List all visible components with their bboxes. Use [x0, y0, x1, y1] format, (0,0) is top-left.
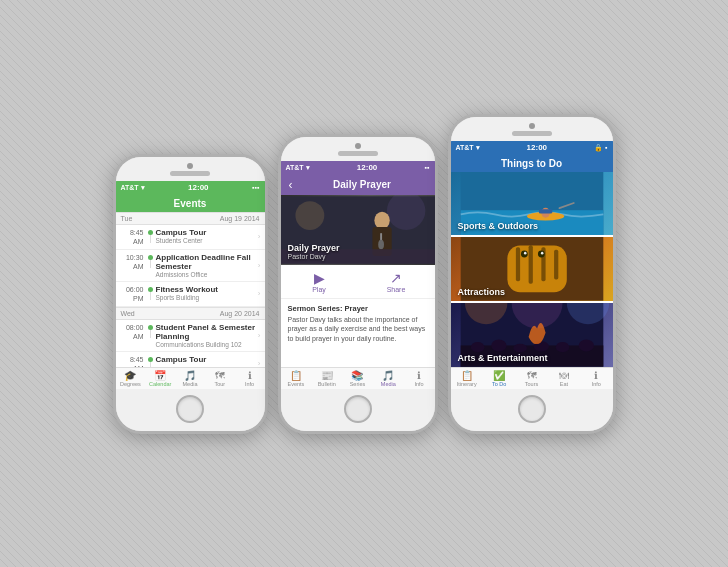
svg-point-33 — [555, 342, 569, 352]
chevron-4: › — [258, 331, 261, 340]
event-details-2: Application Deadline Fall Semester Admis… — [156, 253, 258, 278]
tab-info-3-label: Info — [592, 381, 601, 387]
things-list: Sports & Outdoors — [451, 172, 613, 367]
eat-icon: 🍽 — [559, 370, 569, 381]
tab-calendar[interactable]: 📅 Calendar — [145, 368, 175, 389]
side-button-2 — [435, 197, 438, 227]
tab-tour-1[interactable]: 🗺 Tour — [205, 368, 235, 389]
phone-events: AT&T ▾ 12:00 ▪▪▪ Events Tue Aug 19 2014 … — [113, 154, 268, 434]
event-indicator-4 — [148, 323, 153, 338]
screen-prayer: AT&T ▾ 12:00 ▪▪ ‹ Daily Prayer — [281, 161, 435, 389]
tab-series-label: Series — [350, 381, 366, 387]
camera-dot — [187, 163, 193, 169]
tab-info-3[interactable]: ℹ Info — [580, 368, 612, 389]
tab-tours-3[interactable]: 🗺 Tours — [515, 368, 547, 389]
media-icon-2: 🎵 — [382, 370, 394, 381]
event-student-panel[interactable]: 08:00AM Student Panel & Semester Plannin… — [116, 320, 265, 352]
carrier-3: AT&T ▾ — [456, 144, 480, 152]
phone-top-2 — [281, 137, 435, 161]
play-button[interactable]: ▶ Play — [281, 270, 358, 293]
icons-2: ▪▪ — [425, 164, 430, 171]
date-sep-wed: Wed Aug 20 2014 — [116, 307, 265, 320]
itinerary-icon: 📋 — [461, 370, 473, 381]
vol-buttons — [113, 212, 116, 256]
event-fitness[interactable]: 06:00PM Fitness Workout Sports Building … — [116, 282, 265, 307]
event-title-1: Campus Tour — [156, 228, 258, 237]
date-sep-tue: Tue Aug 19 2014 — [116, 212, 265, 225]
home-button-3[interactable] — [518, 395, 546, 423]
tab-itinerary[interactable]: 📋 Itinerary — [451, 368, 483, 389]
status-bar-2: AT&T ▾ 12:00 ▪▪ — [281, 161, 435, 175]
tours-icon: 🗺 — [527, 370, 537, 381]
tab-bulletin[interactable]: 📰 Bulletin — [311, 368, 342, 389]
chevron-3: › — [258, 289, 261, 298]
things-item-attractions[interactable]: Attractions — [451, 237, 613, 303]
tab-todo-label: To Do — [492, 381, 506, 387]
calendar-icon: 📅 — [154, 370, 166, 381]
phone-top-1 — [116, 157, 265, 181]
event-deadline[interactable]: 10:30AM Application Deadline Fall Semest… — [116, 250, 265, 282]
svg-point-3 — [374, 211, 389, 228]
camera-dot-2 — [355, 143, 361, 149]
tab-media-1[interactable]: 🎵 Media — [175, 368, 205, 389]
things-item-arts[interactable]: Arts & Entertainment — [451, 303, 613, 367]
time-3: 12:00 — [527, 143, 547, 152]
tab-series[interactable]: 📚 Series — [342, 368, 373, 389]
arts-label: Arts & Entertainment — [458, 353, 548, 363]
events-header: Events — [116, 195, 265, 212]
tab-bar-1: 🎓 Degrees 📅 Calendar 🎵 Media 🗺 Tour ℹ — [116, 367, 265, 389]
tab-degrees[interactable]: 🎓 Degrees — [116, 368, 146, 389]
tab-info-1-label: Info — [245, 381, 254, 387]
tab-events-2[interactable]: 📋 Events — [281, 368, 312, 389]
phone-things: AT&T ▾ 12:00 🔒 ▪ Things to Do — [448, 114, 616, 434]
event-indicator-2 — [148, 253, 153, 268]
phone-bottom-3 — [451, 389, 613, 431]
phone-bottom-1 — [116, 389, 265, 431]
tab-info-2[interactable]: ℹ Info — [404, 368, 435, 389]
tab-info-1[interactable]: ℹ Info — [235, 368, 265, 389]
event-line-2 — [150, 260, 151, 268]
event-indicator-3 — [148, 285, 153, 300]
prayer-desc: Pastor Davy talks about the importance o… — [288, 315, 428, 344]
back-arrow-icon[interactable]: ‹ — [289, 178, 293, 192]
tab-todo[interactable]: ✅ To Do — [483, 368, 515, 389]
svg-point-29 — [470, 342, 484, 352]
media-icon-1: 🎵 — [184, 370, 196, 381]
prayer-image: Daily Prayer Pastor Davy — [281, 195, 435, 265]
event-indicator-5 — [148, 355, 153, 367]
share-icon: ↗ — [390, 270, 402, 286]
event-campus-tour-2[interactable]: 8:45AM Campus Tour › — [116, 352, 265, 367]
event-campus-tour-1[interactable]: 8:45AM Campus Tour Students Center › — [116, 225, 265, 250]
things-header: Things to Do — [451, 155, 613, 172]
events-list: Tue Aug 19 2014 8:45AM Campus Tour Stude… — [116, 212, 265, 367]
event-time-4: 08:00AM — [120, 323, 148, 341]
event-loc-4: Communications Building 102 — [156, 341, 258, 348]
home-button-2[interactable] — [344, 395, 372, 423]
event-time-1: 8:45AM — [120, 228, 148, 246]
tab-eat[interactable]: 🍽 Eat — [548, 368, 580, 389]
tab-media-2[interactable]: 🎵 Media — [373, 368, 404, 389]
play-label: Play — [312, 286, 326, 293]
svg-point-31 — [513, 344, 527, 352]
event-details-1: Campus Tour Students Center — [156, 228, 258, 244]
tab-events-2-label: Events — [287, 381, 304, 387]
side-button — [265, 217, 268, 247]
prayer-header: ‹ Daily Prayer — [281, 175, 435, 195]
event-title-2: Application Deadline Fall Semester — [156, 253, 258, 271]
share-button[interactable]: ↗ Share — [358, 270, 435, 293]
tab-info-2-label: Info — [414, 381, 423, 387]
event-line-4 — [150, 330, 151, 338]
carrier-1: AT&T ▾ — [121, 184, 145, 192]
degrees-icon: 🎓 — [124, 370, 136, 381]
prayer-person-name: Daily Prayer — [288, 243, 428, 253]
tab-media-1-label: Media — [183, 381, 198, 387]
event-details-5: Campus Tour — [156, 355, 258, 364]
tab-bar-3: 📋 Itinerary ✅ To Do 🗺 Tours 🍽 Eat ℹ — [451, 367, 613, 389]
things-item-sports[interactable]: Sports & Outdoors — [451, 172, 613, 238]
chevron-1: › — [258, 232, 261, 241]
event-loc-1: Students Center — [156, 237, 258, 244]
tab-degrees-label: Degrees — [120, 381, 141, 387]
home-button-1[interactable] — [176, 395, 204, 423]
event-indicator-1 — [148, 228, 153, 243]
bulletin-icon: 📰 — [321, 370, 333, 381]
